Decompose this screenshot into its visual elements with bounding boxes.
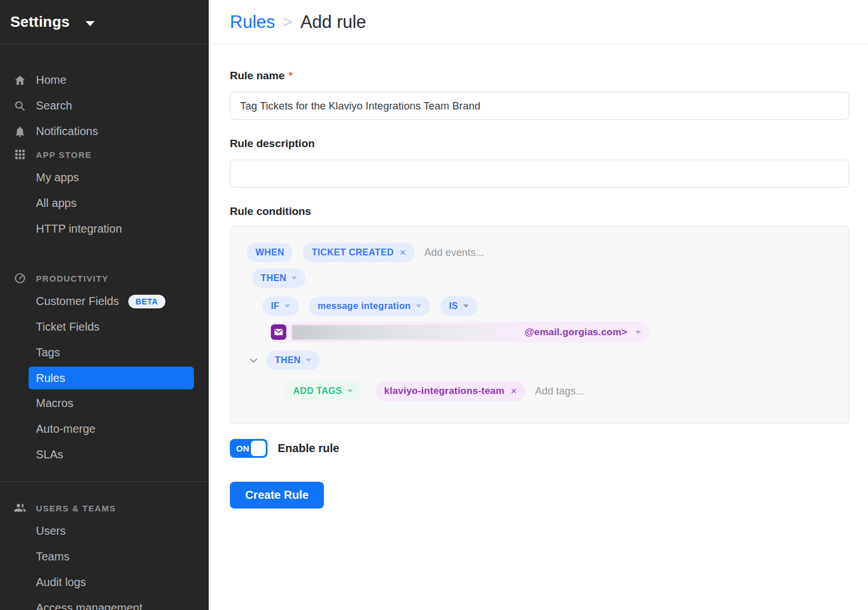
- sidebar-item-all-apps[interactable]: All apps: [0, 190, 209, 216]
- sidebar-section-users-teams[interactable]: USERS & TEAMS: [0, 498, 209, 518]
- sidebar-divider: [0, 481, 209, 482]
- sidebar-item-notifications[interactable]: Notifications: [0, 119, 209, 144]
- people-icon: [13, 501, 27, 515]
- chevron-down-icon: [463, 304, 469, 308]
- sidebar-item-rules[interactable]: Rules: [29, 367, 194, 389]
- sidebar-item-users[interactable]: Users: [0, 518, 209, 544]
- collapse-branch-icon[interactable]: [249, 356, 258, 365]
- then2-dropdown[interactable]: THEN: [266, 351, 320, 370]
- add-tags-action-dropdown[interactable]: ADD TAGS: [285, 381, 362, 401]
- sidebar-item-search[interactable]: Search: [0, 93, 209, 119]
- rule-conditions-label: Rule conditions: [230, 205, 849, 218]
- spacer: [0, 242, 209, 268]
- sidebar-section-productivity[interactable]: PRODUCTIVITY: [0, 268, 209, 288]
- chevron-down-icon: [347, 389, 353, 393]
- settings-sidebar: Settings Home Search Notifications: [0, 0, 209, 610]
- tag-chip-klaviyo-integrations-team[interactable]: klaviyo-integrations-team ×: [376, 381, 526, 401]
- sidebar-item-tags[interactable]: Tags: [0, 340, 209, 365]
- add-rule-form: Rule name* Rule description Rule conditi…: [209, 44, 868, 509]
- page-title: Add rule: [301, 12, 366, 32]
- enable-rule-row: ON Enable rule: [230, 439, 849, 458]
- sidebar-item-http-integration[interactable]: HTTP integration: [0, 216, 209, 242]
- create-rule-button[interactable]: Create Rule: [230, 482, 324, 509]
- app-window: Settings Home Search Notifications: [0, 0, 868, 610]
- home-icon: [13, 74, 27, 87]
- redacted-email-text: [292, 325, 520, 340]
- operator-dropdown[interactable]: IS: [440, 296, 477, 316]
- settings-menu-button[interactable]: Settings: [0, 0, 209, 44]
- sidebar-section-app-store[interactable]: APP STORE: [0, 144, 209, 165]
- sidebar-item-macros[interactable]: Macros: [0, 391, 209, 416]
- enable-rule-label: Enable rule: [278, 442, 339, 455]
- remove-tag-icon[interactable]: ×: [511, 385, 517, 397]
- sidebar-nav: Home Search Notifications: [0, 44, 209, 610]
- breadcrumb: Rules > Add rule: [209, 0, 868, 44]
- event-chip-ticket-created[interactable]: TICKET CREATED ×: [303, 243, 414, 262]
- add-tags-input[interactable]: Add tags...: [535, 385, 584, 397]
- main-panel: Rules > Add rule Rule name* Rule descrip…: [209, 0, 868, 610]
- breadcrumb-separator: >: [283, 13, 292, 31]
- chevron-down-icon: [306, 359, 311, 362]
- speedometer-icon: [13, 271, 27, 285]
- sidebar-item-customer-fields[interactable]: Customer Fields BETA: [0, 288, 209, 314]
- if-dropdown[interactable]: IF: [262, 296, 299, 316]
- sidebar-item-label: Home: [36, 74, 66, 87]
- sidebar-item-ticket-fields[interactable]: Ticket Fields: [0, 314, 209, 340]
- section-header-label: USERS & TEAMS: [36, 503, 116, 513]
- chevron-down-icon: [285, 304, 290, 308]
- sidebar-item-my-apps[interactable]: My apps: [0, 165, 209, 190]
- rule-name-input[interactable]: [230, 92, 849, 120]
- add-events-input[interactable]: Add events...: [424, 247, 484, 259]
- integration-value-chip[interactable]: @email.gorgias.com>: [267, 322, 650, 343]
- remove-event-icon[interactable]: ×: [399, 246, 406, 259]
- chevron-down-icon: [291, 276, 297, 280]
- section-header-label: APP STORE: [36, 150, 92, 160]
- settings-title: Settings: [10, 13, 70, 31]
- sidebar-item-home[interactable]: Home: [0, 67, 209, 93]
- sidebar-item-audit-logs[interactable]: Audit logs: [0, 570, 209, 595]
- grid-icon: [13, 148, 27, 161]
- rule-description-input[interactable]: [230, 160, 849, 188]
- bell-icon: [13, 125, 27, 139]
- sidebar-item-auto-merge[interactable]: Auto-merge: [0, 416, 209, 442]
- sidebar-item-label: Search: [36, 99, 72, 112]
- rule-name-label: Rule name*: [230, 70, 849, 82]
- chevron-down-icon: [416, 304, 421, 308]
- integration-email-suffix: @email.gorgias.com>: [525, 327, 627, 338]
- required-asterisk: *: [289, 70, 293, 82]
- mail-icon: [271, 324, 286, 340]
- chevron-down-icon: [635, 331, 641, 334]
- sidebar-item-access-management[interactable]: Access management: [0, 595, 209, 610]
- rule-conditions-builder: WHEN TICKET CREATED × Add events... THEN: [230, 226, 849, 424]
- enable-rule-toggle[interactable]: ON: [230, 439, 267, 458]
- sidebar-item-teams[interactable]: Teams: [0, 544, 209, 570]
- breadcrumb-rules-link[interactable]: Rules: [230, 12, 275, 32]
- then-dropdown[interactable]: THEN: [252, 269, 306, 288]
- section-header-label: PRODUCTIVITY: [36, 274, 108, 283]
- sidebar-item-label: Notifications: [36, 125, 98, 138]
- toggle-knob: [251, 441, 266, 456]
- rule-description-label: Rule description: [230, 137, 849, 150]
- sidebar-item-slas[interactable]: SLAs: [0, 442, 209, 467]
- when-pill[interactable]: WHEN: [247, 243, 293, 262]
- search-icon: [13, 99, 27, 113]
- beta-badge: BETA: [128, 295, 165, 308]
- toggle-on-label: ON: [236, 444, 249, 453]
- chevron-down-icon: [86, 21, 95, 26]
- variable-dropdown[interactable]: message integration: [309, 296, 430, 316]
